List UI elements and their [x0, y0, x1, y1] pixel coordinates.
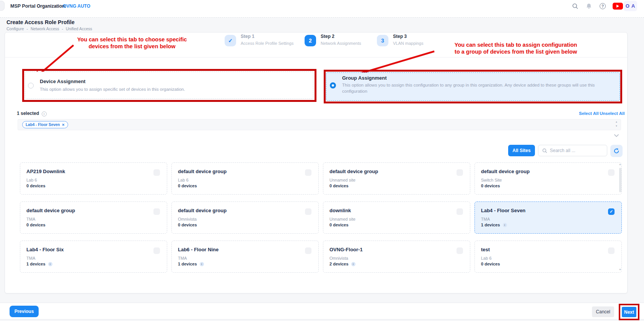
group-checkbox[interactable]	[457, 208, 463, 215]
group-card[interactable]: default device group Omnivista 0 devices	[171, 201, 319, 234]
search-icon[interactable]	[572, 3, 579, 10]
group-card[interactable]: Lab4 - Floor Six TMA 1 devicesi	[20, 241, 167, 273]
group-name: Lab4 - Floor Six	[26, 247, 161, 252]
group-device-count: 2 devices	[329, 262, 349, 266]
group-card[interactable]: default device group TMA 0 devices	[20, 201, 167, 234]
info-icon[interactable]: i	[200, 262, 204, 266]
group-assignment-radio[interactable]	[330, 82, 336, 88]
breadcrumb-separator: -	[62, 26, 64, 31]
search-input[interactable]	[550, 148, 600, 153]
group-assignment-description: This option allows you to assign this co…	[342, 82, 612, 94]
selected-count: 1 selected i	[17, 111, 47, 116]
top-bar	[0, 0, 644, 18]
device-assignment-description: This option allows you to assign specifi…	[40, 86, 185, 92]
group-card[interactable]: default device group Switch Site 0 devic…	[474, 162, 622, 195]
cancel-button[interactable]: Cancel	[592, 306, 614, 317]
step2-badge[interactable]: 2	[305, 35, 316, 46]
group-checkbox-checked[interactable]: ✓	[608, 208, 615, 215]
group-checkbox[interactable]	[608, 247, 615, 254]
check-icon: ✓	[610, 209, 613, 214]
selected-chip[interactable]: Lab4 - Floor Seven ✕	[22, 121, 68, 128]
step3-badge[interactable]: 3	[377, 35, 388, 46]
device-assignment-radio[interactable]	[28, 83, 34, 88]
scroll-up-icon[interactable]: ▲	[614, 120, 619, 123]
group-device-count: 1 devices	[178, 262, 197, 266]
group-card[interactable]: OVNG-Floor-1 Omnivista 2 devicesi	[323, 241, 470, 273]
scroll-down-icon[interactable]: ▼	[614, 124, 619, 128]
group-card[interactable]: AP219 Downlink Lab 6 0 devices	[20, 162, 167, 195]
refresh-button[interactable]	[610, 145, 623, 157]
page-title: Create Access Role Profile	[7, 19, 75, 25]
group-name: Lab6 - Floor Nine	[178, 247, 312, 252]
step2-subtitle: Network Assignments	[321, 41, 361, 46]
search-field[interactable]	[538, 145, 607, 156]
selected-chips-bar	[18, 119, 621, 130]
group-assignment-title: Group Assignment	[342, 75, 387, 81]
group-site: Lab 6	[26, 178, 161, 182]
info-icon[interactable]: i	[48, 262, 52, 266]
info-icon[interactable]: i	[42, 111, 47, 116]
step3-title: Step 3	[393, 34, 407, 39]
group-device-count: 0 devices	[178, 223, 197, 227]
search-icon	[542, 148, 547, 153]
breadcrumb-item[interactable]: Unified Access	[66, 26, 92, 31]
group-site: Unnamed site	[329, 178, 464, 182]
group-card-selected[interactable]: Lab4 - Floor Seven ✓ TMA 1 devicesi	[474, 201, 622, 234]
group-checkbox[interactable]	[457, 169, 463, 176]
group-card[interactable]: test Lab 6 0 devices	[474, 241, 622, 273]
group-name: AP219 Downlink	[26, 169, 161, 174]
grid-scroll-up-icon[interactable]: ▲	[619, 163, 621, 165]
group-site: TMA	[481, 217, 615, 221]
grid-scrollbar-thumb[interactable]	[619, 168, 621, 192]
step1-title: Step 1	[241, 34, 254, 39]
group-card[interactable]: downlink Unnamed site 0 devices	[323, 201, 470, 234]
group-site: Lab 6	[481, 256, 615, 260]
group-checkbox[interactable]	[457, 247, 463, 254]
group-checkbox[interactable]	[153, 247, 160, 254]
group-card[interactable]: Lab6 - Floor Nine TMA 1 devicesi	[171, 241, 319, 273]
group-name: default device group	[329, 169, 464, 174]
step3-subtitle: VLAN mappings	[393, 41, 424, 46]
grid-scroll-down-icon[interactable]: ▼	[619, 268, 621, 271]
organization-label: Organization:	[37, 3, 66, 9]
step1-subtitle: Access Role Profile Settings	[241, 41, 293, 46]
group-card[interactable]: default device group Unnamed site 0 devi…	[323, 162, 470, 195]
expand-chips-chevron-icon[interactable]	[614, 132, 619, 139]
group-site: TMA	[26, 256, 161, 260]
user-avatar[interactable]: O A	[624, 1, 637, 11]
group-name: Lab4 - Floor Seven	[481, 208, 615, 213]
group-checkbox[interactable]	[608, 169, 615, 176]
breadcrumb-item[interactable]: Network Access	[31, 26, 59, 31]
next-button[interactable]: Next	[622, 307, 636, 317]
step2-title: Step 2	[321, 34, 334, 39]
sidebar-toggle[interactable]	[0, 1, 5, 11]
step1-badge-check-icon[interactable]: ✓	[225, 35, 236, 46]
group-device-count: 0 devices	[26, 183, 46, 188]
device-assignment-option[interactable]	[25, 72, 313, 99]
group-checkbox[interactable]	[305, 247, 311, 254]
group-checkbox[interactable]	[305, 169, 311, 176]
youtube-icon[interactable]	[613, 3, 623, 10]
annotation-right: You can select this tab to assign config…	[425, 41, 607, 55]
info-icon[interactable]: i	[503, 223, 507, 227]
group-name: OVNG-Floor-1	[329, 247, 464, 252]
group-checkbox[interactable]	[153, 208, 160, 215]
help-icon[interactable]: ?	[599, 3, 606, 10]
group-site: Omnivista	[178, 217, 312, 221]
chip-close-icon[interactable]: ✕	[62, 123, 65, 127]
group-checkbox[interactable]	[305, 208, 311, 215]
stepper-divider	[5, 57, 627, 57]
organization-value[interactable]: OVNG AUTO	[63, 3, 90, 9]
unselect-all-link[interactable]: Unselect All	[600, 111, 624, 116]
group-checkbox[interactable]	[153, 169, 160, 176]
device-assignment-title: Device Assignment	[40, 79, 85, 84]
breadcrumb-item[interactable]: Configure	[7, 26, 24, 31]
select-all-link[interactable]: Select All	[579, 111, 598, 116]
group-card[interactable]: default device group Lab 6 0 devices	[171, 162, 319, 195]
previous-button[interactable]: Previous	[10, 306, 39, 317]
notifications-bell-icon[interactable]	[585, 3, 592, 10]
refresh-icon	[613, 148, 620, 154]
group-name: default device group	[178, 208, 312, 213]
info-icon[interactable]: i	[351, 262, 355, 266]
all-sites-button[interactable]: All Sites	[508, 145, 535, 156]
